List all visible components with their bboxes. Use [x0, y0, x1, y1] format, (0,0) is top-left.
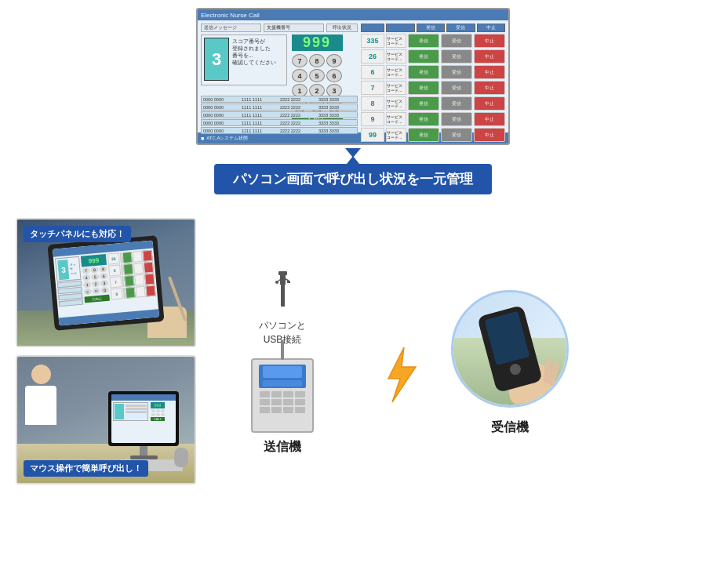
svg-rect-2 — [281, 285, 285, 307]
svg-point-4 — [275, 281, 278, 284]
table-row: 0000 00001111 11112222 22223333 3333 — [201, 127, 358, 134]
tablet-left: 3 メッセージ — [55, 256, 84, 315]
table-row: 0000 00001111 11112222 22223333 3333 — [201, 119, 358, 126]
tablet-num-big: 3 — [57, 259, 69, 279]
svg-rect-0 — [278, 271, 287, 275]
message-box: 3 スコア番号が 登録されました 番号を... 確認してください — [201, 34, 287, 85]
table-row: 0000 00001111 11112222 22223333 3333 — [201, 96, 358, 103]
tablet-tag: タッチパネルにも対応！ — [24, 226, 131, 242]
btn-4[interactable]: 4 — [292, 69, 308, 82]
tablet-screen: 3 メッセージ 9 — [53, 240, 159, 325]
lightning-section — [369, 218, 431, 485]
table-row: 335 サービスコード... 発信 受信 中止 — [361, 34, 505, 48]
top-section: Electronic Nurse Call 送信メッセージ 支援機番号 呼出状況 — [0, 0, 706, 194]
col-header-num — [361, 24, 384, 32]
tablet-content: 3 メッセージ 9 — [53, 248, 158, 318]
monitor-stand — [140, 446, 147, 456]
table-row: 6 サービスコード... 発信 受信 中止 — [361, 65, 505, 79]
pc-title: Electronic Nurse Call — [201, 12, 260, 19]
receiver-circle — [451, 290, 569, 408]
btn-7[interactable]: 7 — [292, 54, 308, 67]
table-row: 9 サービスコード... 発信 受信 中止 — [361, 112, 505, 126]
left-images: タッチパネルにも対応！ 3 メッセージ — [16, 218, 196, 485]
mouse-tag: マウス操作で簡単呼び出し！ — [24, 460, 148, 477]
table-row: 8 サービスコード... 発信 受信 中止 — [361, 96, 505, 111]
person-body — [25, 386, 56, 425]
receiver-label: 受信機 — [491, 419, 529, 436]
person-silhouette — [25, 365, 56, 425]
right-header: 発信 受信 中止 — [361, 24, 505, 32]
caption-container: パソコン画面で呼び出し状況を一元管理 — [214, 148, 492, 194]
col-header-stop: 中止 — [477, 24, 506, 32]
tablet-numpad: 789 456 123 CAC0 — [82, 265, 109, 295]
mouse — [174, 448, 188, 467]
transmitter-antenna — [281, 340, 284, 360]
monitor-screen: 999 CALL — [111, 394, 176, 443]
transmitter-device — [251, 358, 314, 433]
pc-taskbar-top: Electronic Nurse Call — [198, 9, 508, 20]
tablet-device: 3 メッセージ 9 — [47, 235, 164, 331]
msg-text: スコア番号が 登録されました 番号を... 確認してください — [232, 38, 276, 82]
left-number: 3 — [204, 38, 229, 81]
right-panel: 発信 受信 中止 335 サービスコード... 発信 受信 中止 26 サービス… — [361, 24, 505, 129]
tablet-mid: 999 789 456 123 CAC0 CALL — [81, 253, 111, 314]
col-header-text — [386, 24, 415, 32]
right-column: 受信機 — [439, 218, 580, 485]
phone-screen — [484, 311, 530, 365]
desk-monitor: 999 CALL — [108, 391, 179, 459]
numpad-panel: 999 7 8 9 4 5 6 1 2 3 C AC — [289, 34, 344, 93]
btn-9[interactable]: 9 — [326, 54, 342, 67]
caption-text: パソコン画面で呼び出し状況を一元管理 — [233, 172, 473, 187]
caption-box: パソコン画面で呼び出し状況を一元管理 — [214, 164, 492, 194]
receiver-circle-inner — [453, 292, 566, 405]
table-row: 0000 00001111 11112222 22223333 3333 — [201, 103, 358, 111]
transmitter-keypad — [260, 391, 305, 413]
dial-number-label: 支援機番号 — [264, 24, 324, 32]
pc-mockup: Electronic Nurse Call 送信メッセージ 支援機番号 呼出状況 — [196, 8, 510, 145]
table-row: 99 サービスコード... 発信 受信 中止 — [361, 128, 505, 142]
lightning-arrow — [377, 343, 424, 406]
tablet-call-btn: CALL — [84, 294, 110, 303]
btn-8[interactable]: 8 — [309, 54, 325, 67]
btn-6[interactable]: 6 — [326, 69, 342, 82]
usb-icon — [269, 271, 297, 314]
transmitter-label: 送信機 — [264, 439, 301, 456]
col-header-send: 発信 — [417, 24, 446, 32]
data-rows: 0000 00001111 11112222 22223333 3333 000… — [201, 96, 358, 134]
pc-content: 送信メッセージ 支援機番号 呼出状況 3 スコア番号が — [198, 20, 508, 132]
phone-button — [508, 363, 522, 376]
col-header-recv: 受信 — [446, 24, 475, 32]
pc-left-panel: 送信メッセージ 支援機番号 呼出状況 3 スコア番号が — [201, 24, 358, 129]
tablet-dial: 999 — [81, 253, 107, 267]
message-label: 送信メッセージ — [201, 24, 261, 32]
tablet-right: 26 6 — [107, 249, 157, 311]
usb-section: パソコンとUSB接続 — [259, 271, 306, 347]
svg-marker-9 — [388, 347, 416, 402]
transmitter-screen — [259, 365, 306, 388]
tablet-card: タッチパネルにも対応！ 3 メッセージ — [16, 218, 196, 347]
transmitter-section: 送信機 — [251, 358, 314, 456]
dial-display: 999 — [292, 34, 343, 51]
right-rows: 335 サービスコード... 発信 受信 中止 26 サービスコード... 発信… — [361, 34, 505, 145]
status-label: 呼出状況 — [326, 24, 358, 32]
btn-5[interactable]: 5 — [309, 69, 325, 82]
tablet-msg: 3 メッセージ — [55, 256, 81, 281]
table-row: 7 サービスコード... 発信 受信 中止 — [361, 81, 505, 95]
table-row: 26 サービスコード... 発信 受信 中止 — [361, 49, 505, 64]
table-row: 0000 00001111 11112222 22223333 3333 — [201, 111, 358, 118]
tablet-rows — [57, 280, 84, 307]
svg-rect-6 — [287, 281, 290, 283]
bottom-section: タッチパネルにも対応！ 3 メッセージ — [0, 202, 706, 492]
center-column: パソコンとUSB接続 — [204, 218, 361, 485]
desk-card: マウス操作で簡単呼び出し！ — [16, 355, 196, 485]
person-head — [31, 365, 51, 384]
table-row: 5 サービスコード... 発信 受信 中止 — [361, 143, 505, 145]
